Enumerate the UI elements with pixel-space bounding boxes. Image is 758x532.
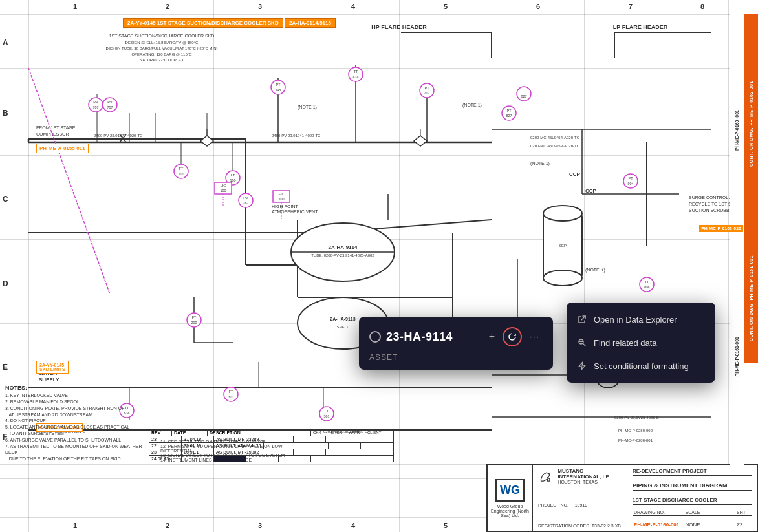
client-name: MUSTANG INTERNATIONAL, LP <box>558 468 622 480</box>
svg-text:100: 100 <box>278 197 284 201</box>
svg-text:2A-HA-9114: 2A-HA-9114 <box>329 244 358 250</box>
context-menu-item-find-related[interactable]: Find related data <box>567 331 715 354</box>
wg-logo: WG <box>495 479 525 502</box>
title-block-logo: WG Wood Group Engineering (North Sea) Lt… <box>488 465 533 531</box>
svg-text:301: 301 <box>323 414 329 418</box>
popup-more-button[interactable]: ··· <box>527 330 543 344</box>
svg-text:NATURAL 22°C DUPLEX: NATURAL 22°C DUPLEX <box>140 58 184 62</box>
svg-text:SUPPLY: SUPPLY <box>39 377 60 383</box>
svg-text:TT: TT <box>354 70 358 74</box>
popup-add-button[interactable]: + <box>486 328 497 345</box>
svg-text:301: 301 <box>228 395 233 399</box>
svg-marker-44 <box>200 136 213 146</box>
svg-text:FT: FT <box>229 390 233 394</box>
svg-text:LIC: LIC <box>221 184 226 187</box>
svg-marker-46 <box>414 136 427 146</box>
svg-point-58 <box>543 270 582 286</box>
client-location: HOUSTON, TEXAS <box>558 480 622 484</box>
company-name: Wood Group Engineering (North Sea) Ltd. <box>490 504 530 518</box>
popup-asset-name: 23-HA-9114 <box>386 330 453 344</box>
context-menu-item-open-explorer[interactable]: Open in Data Explorer <box>567 308 715 331</box>
svg-text:OPERATING: 120 BARG @ 115°C: OPERATING: 120 BARG @ 115°C <box>131 52 192 56</box>
svg-text:0200-MC-45L9454-A020-TC: 0200-MC-45L9454-A020-TC <box>530 136 580 140</box>
svg-text:PT: PT <box>506 109 512 112</box>
search-related-icon <box>577 337 587 348</box>
context-menu-item-formatting[interactable]: Set conditional formatting <box>567 354 715 378</box>
scale-value: NONE <box>684 521 736 528</box>
svg-text:PH-MC-P-0280-002: PH-MC-P-0280-002 <box>618 429 653 432</box>
popup-rotate-button[interactable] <box>503 327 522 346</box>
svg-text:FIC: FIC <box>279 192 285 196</box>
context-menu-label-find-related: Find related data <box>594 338 657 348</box>
svg-text:0200-PV-23.0V23-4020-D: 0200-PV-23.0V23-4020-D <box>614 416 660 420</box>
tag-ha-9115: 2A-HA-9114/9115 <box>285 18 336 28</box>
popup-card: 23-HA-9114 + ··· ASSET <box>359 317 553 370</box>
notes-text: 1. KEY INTERLOCKED VALVE 2. REMOVABLE MA… <box>5 392 147 462</box>
svg-text:707: 707 <box>107 105 113 109</box>
svg-text:CCP: CCP <box>569 171 581 177</box>
svg-text:TUBE: 0200-PV-23.9141-4020-A00: TUBE: 0200-PV-23.9141-4020-A002 <box>311 253 374 257</box>
svg-text:DESIGN TUBE: 30 BARG/FULL VACU: DESIGN TUBE: 30 BARG/FULL VACUUM AT 170°… <box>105 47 217 50</box>
svg-text:FT: FT <box>179 167 184 171</box>
svg-text:PV: PV <box>243 196 248 200</box>
context-menu-label-formatting: Set conditional formatting <box>594 361 689 371</box>
svg-text:FT: FT <box>192 315 197 319</box>
popup-actions[interactable]: + ··· <box>486 327 543 346</box>
tag-right-orange-d: PH-MC-P-0163-026 <box>699 225 743 232</box>
drawing-subtitle: 1ST STAGE DISCHARGE COOLER <box>633 496 752 505</box>
svg-text:LT: LT <box>231 173 235 177</box>
svg-text:PT: PT <box>276 83 281 87</box>
popup-asset-type: ASSET <box>359 353 553 370</box>
svg-point-57 <box>543 206 582 221</box>
client-info: MUSTANG INTERNATIONAL, LP HOUSTON, TEXAS <box>558 468 622 484</box>
svg-text:0200-MC-45L9453-A020-TC: 0200-MC-45L9453-A020-TC <box>530 144 580 148</box>
sheet-value: Z3 <box>735 521 752 528</box>
context-menu-label-open-explorer: Open in Data Explorer <box>594 315 677 325</box>
svg-text:(NOTE 1): (NOTE 1) <box>298 105 317 110</box>
svg-text:707: 707 <box>424 91 429 95</box>
svg-text:TT: TT <box>645 280 649 284</box>
tag-skd-top: 2A-YY-0145 1ST STAGE SUCTION/DISCHARGE C… <box>123 18 283 28</box>
scale-label: SCALE <box>684 509 736 515</box>
asbuilt-row-1: 23 37.04.18 AS BUILT, MH-33789 <box>149 436 393 443</box>
vert-text-drawing-id-bottom: PH-ME-P-0161-001 <box>735 337 739 376</box>
svg-text:707: 707 <box>92 105 98 109</box>
tag-compressor-from: PH-ME-A-0155-011 <box>36 144 89 153</box>
project-no-value: 10910 <box>575 503 587 507</box>
svg-text:PV: PV <box>107 100 113 104</box>
svg-text:HP FLARE HEADER: HP FLARE HEADER <box>371 24 427 30</box>
drawing-info-row: DRAWING NO. SCALE SHT <box>633 509 752 516</box>
right-vert-section-top: PH-ME-P-0160_001 <box>730 14 744 247</box>
svg-text:904: 904 <box>627 182 633 186</box>
svg-text:2A-HA-9113: 2A-HA-9113 <box>330 317 355 321</box>
svg-text:2400-PV-23.91341-4020-TC: 2400-PV-23.91341-4020-TC <box>272 134 321 138</box>
svg-text:SHELL: SHELL <box>336 325 349 329</box>
external-link-icon <box>577 314 587 325</box>
svg-text:PV: PV <box>93 100 98 104</box>
svg-text:LP FLARE HEADER: LP FLARE HEADER <box>613 24 668 30</box>
mustang-area: MUSTANG INTERNATIONAL, LP HOUSTON, TEXAS <box>538 468 622 487</box>
svg-text:100: 100 <box>230 178 235 182</box>
drawing-type-title: PIPING & INSTRUMENT DIAGRAM <box>633 481 752 491</box>
vertical-label-orange-mid: CONT. ON DWG. PH-ME-P-0161-001 <box>744 234 758 363</box>
right-vert-section-bottom: PH-ME-P-0161-001 <box>730 247 744 467</box>
svg-text:COMPRESSOR: COMPRESSOR <box>36 132 69 136</box>
svg-text:PH-MC-P-0280-001: PH-MC-P-0280-001 <box>618 438 653 442</box>
registration-row: REGISTRATION CODES T33-02 2.3 XB <box>538 524 622 528</box>
svg-text:(NOTE 1): (NOTE 1) <box>530 161 550 166</box>
wg-logo-text: WG <box>500 484 520 497</box>
diagram-area: 1 2 3 4 5 6 7 8 1 2 3 4 5 6 7 8 A B C D … <box>0 0 758 532</box>
vert-text-drawing-id-top: PH-ME-P-0160_001 <box>735 110 739 151</box>
notes-title: NOTES: <box>5 385 147 391</box>
svg-line-157 <box>583 344 586 346</box>
project-title: RE-DEVELOPMENT PROJECT <box>633 468 752 476</box>
svg-text:ATMOSPHERIC VENT: ATMOSPHERIC VENT <box>272 209 318 214</box>
svg-text:PT: PT <box>628 176 633 180</box>
svg-text:DESIGN SHELL: 15.8 BARG/FV @ 1: DESIGN SHELL: 15.8 BARG/FV @ 150°C <box>125 41 199 45</box>
svg-text:LT: LT <box>325 409 329 413</box>
svg-text:1ST STAGE SUCTION/DISCHARGE CO: 1ST STAGE SUCTION/DISCHARGE COOLER SKD <box>109 34 215 38</box>
title-block-middle: MUSTANG INTERNATIONAL, LP HOUSTON, TEXAS… <box>533 465 627 531</box>
vertical-label-orange-top: CONT. ON DWG. PH-ME-P-0162-001 <box>744 14 758 234</box>
svg-text:767: 767 <box>243 201 248 205</box>
svg-text:SUCTION SCRUBBER: SUCTION SCRUBBER <box>689 208 735 213</box>
